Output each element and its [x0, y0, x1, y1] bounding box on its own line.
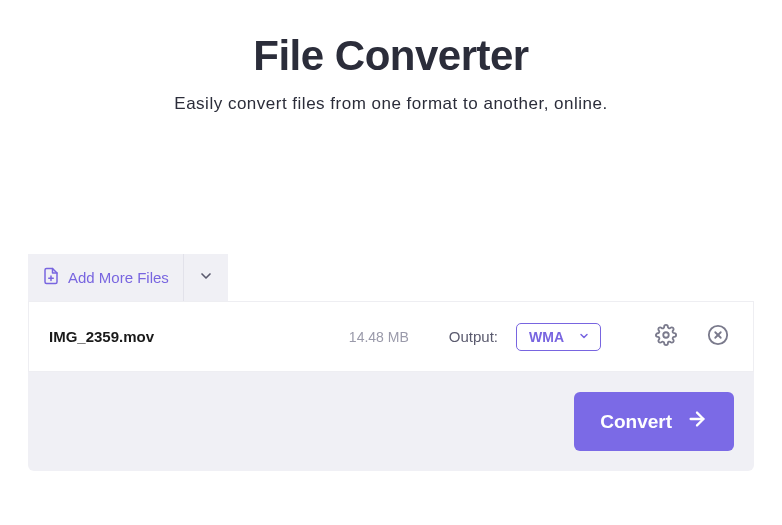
file-name: IMG_2359.mov — [49, 328, 249, 345]
page-title: File Converter — [28, 32, 754, 80]
output-format-select[interactable]: WMA — [516, 323, 601, 351]
arrow-right-icon — [686, 408, 708, 435]
convert-button[interactable]: Convert — [574, 392, 734, 451]
page-subtitle: Easily convert files from one format to … — [28, 94, 754, 114]
add-more-files-dropdown[interactable] — [183, 254, 228, 301]
add-more-files-label: Add More Files — [68, 269, 169, 286]
output-label: Output: — [449, 328, 498, 345]
chevron-down-icon — [578, 329, 590, 345]
file-size: 14.48 MB — [349, 329, 409, 345]
converter-panel: Add More Files IMG_2359.mov 14.48 MB Out… — [28, 254, 754, 471]
chevron-down-icon — [198, 268, 214, 287]
gear-icon — [655, 324, 677, 349]
svg-point-2 — [663, 332, 669, 338]
add-more-files-button[interactable]: Add More Files — [28, 254, 183, 301]
output-format-value: WMA — [529, 329, 564, 345]
file-row: IMG_2359.mov 14.48 MB Output: WMA — [28, 301, 754, 372]
settings-button[interactable] — [651, 320, 681, 353]
footer-bar: Convert — [28, 372, 754, 471]
remove-file-button[interactable] — [703, 320, 733, 353]
file-add-icon — [42, 267, 60, 288]
convert-button-label: Convert — [600, 411, 672, 433]
close-circle-icon — [707, 324, 729, 349]
